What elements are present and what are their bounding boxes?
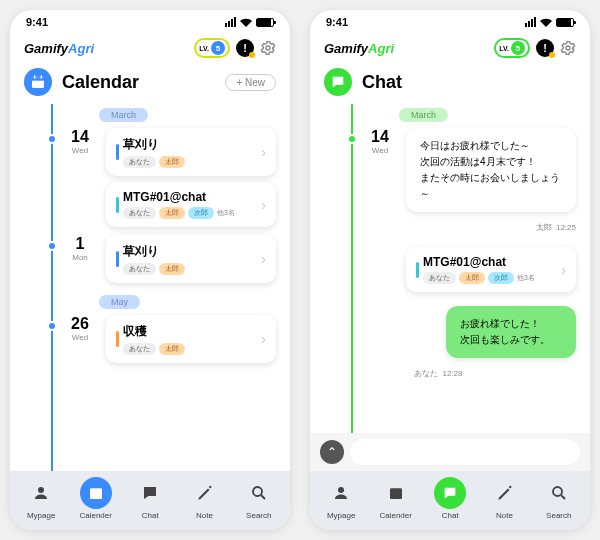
day-date: 14 Wed (62, 128, 98, 227)
timeline-dot (47, 321, 57, 331)
person-icon (325, 477, 357, 509)
event-color-bar (416, 262, 419, 278)
svg-rect-8 (390, 488, 402, 499)
day-group: 1 Mon 草刈り あなた太郎 › (24, 235, 276, 283)
app-header: GamifyAgri LV.5 ! (10, 34, 290, 66)
chevron-up-icon[interactable]: ⌃ (320, 440, 344, 464)
day-date: 26 Wed (62, 315, 98, 363)
event-color-bar (116, 251, 119, 267)
day-date: 1 Mon (62, 235, 98, 283)
event-color-bar (116, 331, 119, 347)
calendar-content[interactable]: March 14 Wed 草刈り あなた太郎 › (10, 104, 290, 471)
svg-point-4 (38, 487, 44, 493)
svg-rect-2 (34, 75, 35, 78)
wifi-icon (540, 18, 552, 27)
day-group: 14 Wed 今日はお疲れ様でした～ 次回の活動は4月末です！ またその時にお会… (324, 128, 576, 387)
chat-icon (324, 68, 352, 96)
chat-icon (134, 477, 166, 509)
person-icon (25, 477, 57, 509)
day-group: 26 Wed 収穫 あなた太郎 › (24, 315, 276, 363)
page-title-row: Calendar + New (10, 66, 290, 104)
chevron-right-icon: › (261, 331, 266, 347)
event-card[interactable]: 収穫 あなた太郎 › (106, 315, 276, 363)
svg-point-9 (553, 487, 562, 496)
chevron-right-icon: › (561, 262, 566, 278)
nav-note[interactable]: Note (489, 477, 521, 520)
page-title-row: Chat (310, 66, 590, 104)
message-meta: あなた 12:28 (406, 368, 576, 379)
chevron-right-icon: › (261, 197, 266, 213)
gear-icon[interactable] (560, 40, 576, 56)
note-icon (189, 477, 221, 509)
svg-point-7 (338, 487, 344, 493)
new-button[interactable]: + New (225, 74, 276, 91)
chat-input[interactable] (350, 439, 580, 465)
status-time: 9:41 (326, 16, 348, 28)
signal-icon (525, 17, 536, 27)
status-bar: 9:41 (10, 10, 290, 34)
calendar-screen: 9:41 GamifyAgri LV.5 ! Calendar + New Ma… (10, 10, 290, 530)
svg-rect-5 (90, 488, 102, 499)
svg-point-6 (253, 487, 262, 496)
calendar-icon (380, 477, 412, 509)
nav-mypage[interactable]: Mypage (325, 477, 357, 520)
search-icon (243, 477, 275, 509)
month-label: March (399, 108, 448, 122)
status-time: 9:41 (26, 16, 48, 28)
month-label: May (99, 295, 140, 309)
day-group: 14 Wed 草刈り あなた太郎 › MTG#01@chat あなた太郎次郎 (24, 128, 276, 227)
timeline-dot (47, 134, 57, 144)
timeline-dot (47, 241, 57, 251)
event-card[interactable]: MTG#01@chat あなた太郎次郎他3名 › (406, 247, 576, 292)
bottom-nav: Mypage Calender Chat Note Search (310, 471, 590, 530)
level-badge[interactable]: LV.5 (494, 38, 530, 58)
nav-chat[interactable]: Chat (134, 477, 166, 520)
nav-search[interactable]: Search (243, 477, 275, 520)
svg-rect-3 (41, 75, 42, 78)
status-bar: 9:41 (310, 10, 590, 34)
calendar-icon (80, 477, 112, 509)
event-card[interactable]: MTG#01@chat あなた太郎次郎他3名 › (106, 182, 276, 227)
nav-mypage[interactable]: Mypage (25, 477, 57, 520)
chat-input-row: ⌃ (310, 433, 590, 471)
status-icons (225, 17, 274, 27)
event-card[interactable]: 草刈り あなた太郎 › (106, 235, 276, 283)
incoming-message: 今日はお疲れ様でした～ 次回の活動は4月末です！ またその時にお会いしましょう～ (406, 128, 576, 212)
chat-screen: 9:41 GamifyAgri LV.5 ! Chat March 14 Wed (310, 10, 590, 530)
app-logo: GamifyAgri (24, 41, 94, 56)
signal-icon (225, 17, 236, 27)
chat-content[interactable]: March 14 Wed 今日はお疲れ様でした～ 次回の活動は4月末です！ また… (310, 104, 590, 433)
app-logo: GamifyAgri (324, 41, 394, 56)
search-icon (543, 477, 575, 509)
status-icons (525, 17, 574, 27)
event-color-bar (116, 144, 119, 160)
nav-chat[interactable]: Chat (434, 477, 466, 520)
calendar-icon (24, 68, 52, 96)
outgoing-message: お疲れ様でした！ 次回も楽しみです。 (446, 306, 576, 358)
bottom-nav: Mypage Calender Chat Note Search (10, 471, 290, 530)
nav-search[interactable]: Search (543, 477, 575, 520)
battery-icon (556, 18, 574, 27)
event-card[interactable]: 草刈り あなた太郎 › (106, 128, 276, 176)
battery-icon (256, 18, 274, 27)
chevron-right-icon: › (261, 144, 266, 160)
svg-rect-1 (32, 77, 44, 80)
month-label: March (99, 108, 148, 122)
nav-calendar[interactable]: Calender (79, 477, 111, 520)
chat-icon (434, 477, 466, 509)
chevron-right-icon: › (261, 251, 266, 267)
app-header: GamifyAgri LV.5 ! (310, 34, 590, 66)
day-date: 14 Wed (362, 128, 398, 387)
level-badge[interactable]: LV.5 (194, 38, 230, 58)
nav-calendar[interactable]: Calender (379, 477, 411, 520)
page-title: Chat (362, 72, 576, 93)
note-icon (489, 477, 521, 509)
message-meta: 太郎 12:25 (406, 222, 576, 233)
alert-icon[interactable]: ! (236, 39, 254, 57)
timeline-dot (347, 134, 357, 144)
wifi-icon (240, 18, 252, 27)
nav-note[interactable]: Note (189, 477, 221, 520)
page-title: Calendar (62, 72, 215, 93)
gear-icon[interactable] (260, 40, 276, 56)
alert-icon[interactable]: ! (536, 39, 554, 57)
